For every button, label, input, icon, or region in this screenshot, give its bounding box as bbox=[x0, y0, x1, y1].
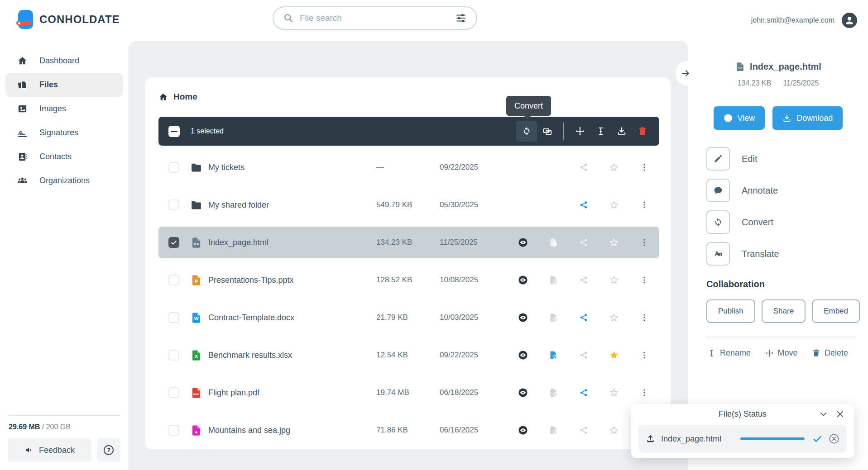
convert-action[interactable]: Convert bbox=[706, 210, 868, 234]
copy-action[interactable] bbox=[538, 313, 568, 323]
arrow-right-icon[interactable] bbox=[680, 68, 691, 78]
favorite-action[interactable] bbox=[599, 350, 629, 360]
check-icon bbox=[812, 433, 823, 444]
favorite-action[interactable] bbox=[599, 275, 629, 285]
sidebar-item-files[interactable]: Files bbox=[5, 73, 123, 97]
share-action[interactable] bbox=[568, 351, 599, 360]
file-row[interactable]: My shared folder549.79 KB05/30/2025 bbox=[158, 189, 659, 221]
row-checkbox[interactable] bbox=[168, 425, 179, 436]
download-file-button[interactable]: Download bbox=[772, 106, 843, 130]
share-action[interactable] bbox=[568, 238, 599, 247]
row-checkbox[interactable] bbox=[168, 199, 179, 210]
delete-button[interactable] bbox=[632, 121, 653, 142]
file-row[interactable]: <>Index_page.html134.23 KB11/25/2025 bbox=[158, 227, 659, 258]
merge-button[interactable] bbox=[537, 121, 558, 142]
favorite-action[interactable] bbox=[599, 388, 629, 398]
row-checkbox[interactable] bbox=[168, 275, 179, 285]
rename-button[interactable] bbox=[590, 121, 611, 142]
breadcrumb[interactable]: Home bbox=[158, 92, 197, 102]
favorite-action[interactable] bbox=[599, 425, 629, 435]
row-checkbox[interactable] bbox=[168, 350, 179, 361]
annotate-action[interactable]: Annotate bbox=[706, 179, 868, 202]
move-button[interactable] bbox=[570, 121, 590, 142]
move-button[interactable]: Move bbox=[765, 348, 798, 358]
edit-action[interactable]: Edit bbox=[706, 147, 868, 171]
sidebar-item-signatures[interactable]: Signatures bbox=[5, 121, 123, 145]
favorite-action[interactable] bbox=[599, 200, 629, 210]
preview-action[interactable] bbox=[508, 313, 538, 323]
file-search-bar[interactable] bbox=[273, 6, 477, 30]
file-row[interactable]: PPresentations-Tips.pptx128.52 KB10/08/2… bbox=[158, 264, 659, 296]
preview-action[interactable] bbox=[508, 275, 538, 285]
sidebar-item-dashboard[interactable]: Dashboard bbox=[5, 49, 123, 73]
share-action[interactable] bbox=[568, 388, 599, 397]
share-action[interactable] bbox=[568, 163, 599, 172]
signature-icon bbox=[17, 128, 28, 138]
share-button[interactable]: Share bbox=[762, 299, 806, 323]
file-size: 134.23 KB bbox=[376, 238, 440, 247]
copy-action[interactable] bbox=[538, 275, 568, 285]
share-action[interactable] bbox=[568, 200, 599, 209]
user-avatar-icon[interactable] bbox=[842, 13, 857, 28]
favorite-action[interactable] bbox=[599, 237, 629, 247]
file-row[interactable]: XBenchmark results.xlsx12.54 KB09/22/202… bbox=[158, 339, 659, 371]
row-menu[interactable] bbox=[629, 275, 659, 285]
svg-text:PDF: PDF bbox=[193, 393, 199, 395]
row-menu[interactable] bbox=[629, 313, 659, 322]
convert-button[interactable] bbox=[516, 121, 537, 142]
cancel-icon[interactable] bbox=[829, 433, 839, 444]
sidebar-item-contacts[interactable]: Contacts bbox=[5, 145, 123, 169]
share-action[interactable] bbox=[568, 426, 599, 435]
row-checkbox[interactable] bbox=[168, 387, 179, 398]
row-menu[interactable] bbox=[629, 351, 659, 360]
share-action[interactable] bbox=[568, 275, 599, 285]
copy-action[interactable] bbox=[538, 350, 568, 360]
panel-file-date: 11/25/2025 bbox=[783, 79, 819, 87]
row-checkbox[interactable] bbox=[168, 162, 179, 173]
user-email: john.smith@example.com bbox=[751, 16, 834, 24]
file-size: 71.86 KB bbox=[376, 426, 440, 435]
sidebar-item-organizations[interactable]: Organizations bbox=[5, 169, 123, 193]
row-checkbox[interactable] bbox=[168, 312, 179, 323]
translate-action[interactable]: A2Translate bbox=[706, 242, 868, 266]
sidebar-item-images[interactable]: Images bbox=[5, 97, 123, 121]
file-name: Index_page.html bbox=[208, 238, 376, 247]
chevron-down-icon[interactable] bbox=[819, 409, 828, 419]
rename-button[interactable]: Rename bbox=[707, 348, 751, 358]
preview-action[interactable] bbox=[508, 237, 538, 247]
file-row[interactable]: My tickets—09/22/2025 bbox=[158, 152, 659, 183]
row-checkbox-checked[interactable] bbox=[168, 237, 179, 248]
download-button[interactable] bbox=[611, 121, 632, 142]
file-row[interactable]: ▲Mountains and sea.jpg71.86 KB06/16/2025 bbox=[158, 414, 659, 446]
help-button[interactable]: ? bbox=[97, 438, 120, 462]
preview-action[interactable] bbox=[508, 350, 538, 360]
status-file-name: Index_page.html bbox=[661, 434, 721, 444]
delete-button[interactable]: Delete bbox=[812, 348, 848, 358]
rename-icon bbox=[707, 349, 716, 357]
row-menu[interactable] bbox=[629, 388, 659, 397]
embed-button[interactable]: Embed bbox=[812, 299, 860, 323]
file-row[interactable]: PDFFlight plan.pdf19.74 MB06/18/2025 bbox=[158, 377, 659, 408]
toolbar-divider bbox=[563, 122, 564, 140]
favorite-action[interactable] bbox=[599, 313, 629, 323]
row-menu[interactable] bbox=[629, 238, 659, 247]
search-input[interactable] bbox=[300, 13, 456, 23]
preview-action[interactable] bbox=[508, 425, 538, 435]
copy-action[interactable] bbox=[538, 388, 568, 398]
row-menu[interactable] bbox=[629, 163, 659, 172]
select-all-checkbox[interactable] bbox=[168, 126, 180, 137]
search-filter-icon[interactable] bbox=[456, 13, 466, 24]
view-button[interactable]: View bbox=[714, 106, 765, 130]
close-icon[interactable] bbox=[835, 409, 845, 419]
footer-action-label: Rename bbox=[720, 348, 751, 358]
file-type-icon: <> bbox=[190, 237, 202, 249]
feedback-button[interactable]: Feedback bbox=[8, 438, 91, 462]
favorite-action[interactable] bbox=[599, 162, 629, 172]
copy-action[interactable] bbox=[538, 237, 568, 247]
row-menu[interactable] bbox=[629, 200, 659, 209]
file-row[interactable]: WContract-Template.docx21.79 KB10/03/202… bbox=[158, 302, 659, 333]
share-action[interactable] bbox=[568, 313, 599, 322]
preview-action[interactable] bbox=[508, 388, 538, 398]
copy-action[interactable] bbox=[538, 425, 568, 435]
publish-button[interactable]: Publish bbox=[706, 299, 755, 323]
